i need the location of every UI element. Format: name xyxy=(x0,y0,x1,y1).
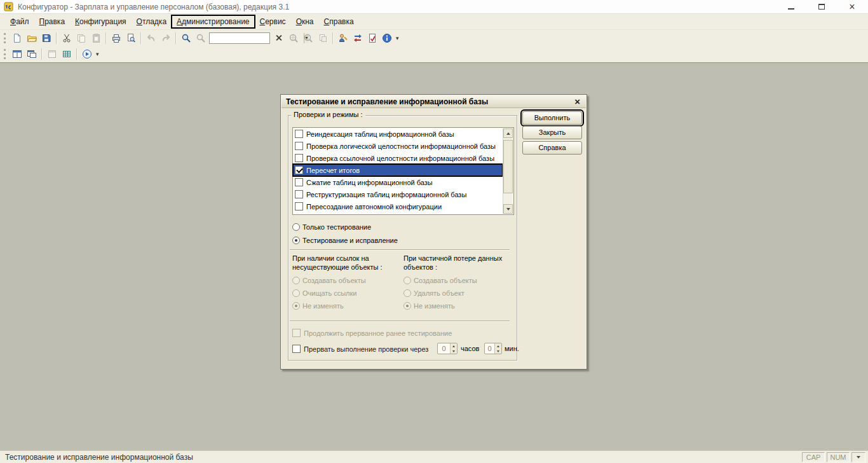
radio-loss-delete-object[interactable]: Удалять объект xyxy=(403,289,465,298)
statusbar-dropdown[interactable] xyxy=(851,452,865,462)
radio-loss-create-objects[interactable]: Создавать объекты xyxy=(403,276,477,285)
scroll-up-button[interactable] xyxy=(503,128,513,138)
window-list-icon xyxy=(47,49,57,59)
dialog-titlebar[interactable]: Тестирование и исправление информационно… xyxy=(281,95,586,108)
paste-button[interactable] xyxy=(88,31,103,45)
window-list-button[interactable] xyxy=(44,47,59,61)
format-painter-button[interactable] xyxy=(315,31,330,45)
radio-selected-icon[interactable] xyxy=(403,302,411,310)
checkbox-icon[interactable] xyxy=(295,154,303,162)
checklist-item-recreate-standalone-config[interactable]: Пересоздание автономной конфигурации xyxy=(293,200,503,212)
toolbar-grip[interactable] xyxy=(4,49,6,59)
checklist-item-recalc-totals[interactable]: Пересчет итогов xyxy=(293,164,503,176)
menu-edit[interactable]: Правка xyxy=(34,15,71,28)
menu-file[interactable]: Файл xyxy=(5,15,34,28)
undo-button[interactable] xyxy=(144,31,158,45)
run-button[interactable]: Выполнить xyxy=(522,111,582,125)
info-button[interactable] xyxy=(379,31,394,45)
checkbox-icon[interactable] xyxy=(295,202,303,211)
cut-button[interactable] xyxy=(59,31,74,45)
stepper-arrows[interactable] xyxy=(494,343,501,354)
radio-icon[interactable] xyxy=(403,289,411,297)
checkbox-checked-icon[interactable] xyxy=(295,166,303,174)
toolbar-overflow-chevron[interactable]: ▾ xyxy=(94,51,101,57)
stepper-down-button[interactable] xyxy=(451,349,457,354)
dialog-close-button[interactable]: × xyxy=(573,97,581,106)
toolbar-grip[interactable] xyxy=(4,33,6,43)
open-folder-icon xyxy=(27,33,37,43)
continue-test-checkbox[interactable]: Продолжить прерванное ранее тестирование xyxy=(292,328,452,338)
stepper-up-button[interactable] xyxy=(451,343,457,349)
checkbox-icon[interactable] xyxy=(295,130,303,138)
close-dialog-button[interactable]: Закрыть xyxy=(522,126,582,139)
checkbox-icon[interactable] xyxy=(295,178,303,186)
clear-search-button[interactable] xyxy=(271,31,286,45)
find-button[interactable] xyxy=(179,31,193,45)
split-window-button[interactable] xyxy=(10,47,24,61)
radio-refs-clear-links[interactable]: Очищать ссылки xyxy=(292,289,356,298)
radio-icon[interactable] xyxy=(292,289,300,297)
radio-refs-no-change[interactable]: Не изменять xyxy=(292,301,344,310)
checklist-item-reference-integrity[interactable]: Проверка ссылочной целостности информаци… xyxy=(293,152,503,164)
compare-configurations-button[interactable] xyxy=(350,31,365,45)
start-debug-button[interactable] xyxy=(79,47,94,61)
radio-test-only[interactable]: Только тестирование xyxy=(292,223,371,232)
menu-debug[interactable]: Отладка xyxy=(132,15,172,28)
checkbox-icon[interactable] xyxy=(292,345,301,353)
scrollbar-thumb[interactable] xyxy=(503,140,513,193)
radio-selected-icon[interactable] xyxy=(292,302,300,310)
configuration-button[interactable] xyxy=(336,31,350,45)
radio-icon[interactable] xyxy=(292,277,300,284)
minutes-stepper[interactable]: 0 xyxy=(484,343,502,354)
menu-administration[interactable]: Администрирование xyxy=(172,15,254,28)
help-button[interactable]: Справка xyxy=(522,141,582,155)
checks-group-label: Проверки и режимы : xyxy=(291,111,365,119)
scroll-down-button[interactable] xyxy=(503,204,513,214)
open-button[interactable] xyxy=(24,31,39,45)
radio-test-and-repair[interactable]: Тестирование и исправление xyxy=(292,236,398,245)
print-preview-button[interactable] xyxy=(123,31,138,45)
checklist-item-compress-tables[interactable]: Сжатие таблиц информационной базы xyxy=(293,176,503,188)
print-button[interactable] xyxy=(109,31,123,45)
menu-service[interactable]: Сервис xyxy=(255,15,291,28)
global-replace-button[interactable] xyxy=(301,31,315,45)
checklist-item-restructure-tables[interactable]: Реструктуризация таблиц информационной б… xyxy=(293,188,503,200)
radio-icon[interactable] xyxy=(292,223,300,231)
copy-button[interactable] xyxy=(74,31,88,45)
redo-button[interactable] xyxy=(158,31,173,45)
stepper-arrows[interactable] xyxy=(450,343,457,354)
radio-loss-no-change[interactable]: Не изменять xyxy=(403,301,455,310)
checkbox-icon[interactable] xyxy=(295,190,303,198)
interrupt-checkbox[interactable]: Прервать выполнение проверки через xyxy=(292,344,428,354)
checklist-item-reindex[interactable]: Реиндексация таблиц информационной базы xyxy=(293,128,503,140)
new-window-button[interactable] xyxy=(24,47,39,61)
radio-selected-icon[interactable] xyxy=(292,237,300,244)
table-button[interactable] xyxy=(59,47,74,61)
menu-configuration[interactable]: Конфигурация xyxy=(70,15,132,28)
close-window-button[interactable]: × xyxy=(846,2,858,12)
search-combobox[interactable]: ▼ xyxy=(209,32,270,44)
stepper-up-button[interactable] xyxy=(495,343,501,349)
maximize-button[interactable] xyxy=(816,2,827,12)
checkbox-icon[interactable] xyxy=(295,142,303,150)
syntax-check-button[interactable] xyxy=(365,31,379,45)
new-window-icon xyxy=(27,49,37,59)
save-button[interactable] xyxy=(39,31,53,45)
checkbox-icon[interactable] xyxy=(292,329,301,337)
stepper-down-button[interactable] xyxy=(495,349,501,354)
checklist-item-logical-integrity[interactable]: Проверка логической целостности информац… xyxy=(293,140,503,152)
find-next-button[interactable] xyxy=(193,31,208,45)
minimize-button[interactable] xyxy=(785,2,797,12)
close-icon: × xyxy=(849,3,855,11)
info-icon xyxy=(382,33,392,43)
hours-stepper[interactable]: 0 xyxy=(437,343,458,354)
listbox-scrollbar[interactable] xyxy=(503,128,513,214)
global-search-button[interactable] xyxy=(286,31,301,45)
toolbar-overflow-chevron[interactable]: ▾ xyxy=(394,35,401,41)
new-document-button[interactable] xyxy=(10,31,24,45)
dialog-title: Тестирование и исправление информационно… xyxy=(286,97,488,106)
menu-windows[interactable]: Окна xyxy=(291,15,319,28)
menu-help[interactable]: Справка xyxy=(319,15,359,28)
radio-refs-create-objects[interactable]: Создавать объекты xyxy=(292,276,366,285)
radio-icon[interactable] xyxy=(403,277,411,284)
